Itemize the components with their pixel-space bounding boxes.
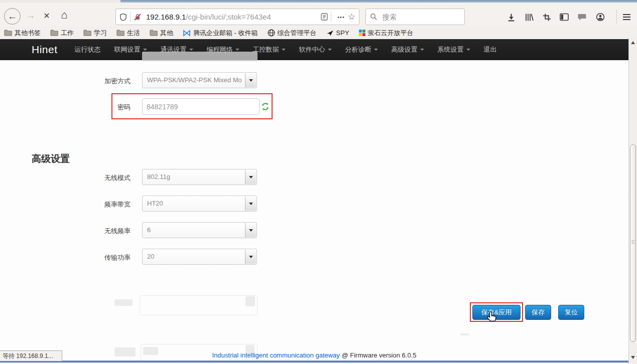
bookmark-label: 学习 bbox=[94, 29, 107, 38]
back-button[interactable]: ← bbox=[4, 8, 21, 25]
stop-icon: ✕ bbox=[43, 11, 50, 21]
encryption-select[interactable]: WPA-PSK/WPA2-PSK Mixed Mo bbox=[142, 72, 257, 88]
wireless-mode-select[interactable]: 802.11g bbox=[142, 169, 257, 185]
bookmark-label: 腾讯企业邮箱 - 收件箱 bbox=[193, 29, 258, 38]
scroll-artifact bbox=[140, 295, 258, 315]
scroll-artifact bbox=[114, 299, 133, 306]
library-icon[interactable] bbox=[523, 11, 535, 23]
channel-label: 无线频率 bbox=[60, 227, 131, 236]
tx-power-label: 传输功率 bbox=[60, 253, 131, 262]
scroll-artifact bbox=[142, 52, 258, 61]
sidebar-toggle-icon[interactable] bbox=[558, 11, 570, 23]
dropdown-arrow-icon bbox=[249, 256, 253, 258]
search-bar[interactable] bbox=[365, 9, 465, 25]
footer-version: @ Firmware version 6.0.5 bbox=[341, 351, 416, 359]
nav-items: 运行状态 联网设置 通讯设置 编程网络 工控数据 软件中心 分析诊断 高级设置 … bbox=[75, 45, 511, 54]
bookmark-folder-work[interactable]: 工作 bbox=[50, 29, 74, 38]
nav-item-status[interactable]: 运行状态 bbox=[75, 45, 101, 54]
search-icon bbox=[370, 13, 377, 21]
bookmark-management-platform[interactable]: 综合管理平台 bbox=[268, 29, 317, 38]
bookmarks-bar: 其他书签 工作 学习 生活 其他 腾讯企业邮箱 - 收件箱 综合管理平台 SP bbox=[0, 27, 637, 39]
bookmark-folder-study[interactable]: 学习 bbox=[83, 29, 107, 38]
globe-icon bbox=[268, 29, 275, 37]
nav-item-diagnostics[interactable]: 分析诊断 bbox=[345, 45, 378, 54]
dropdown-arrow-icon bbox=[249, 229, 253, 232]
brand-logo[interactable]: Hinet bbox=[32, 44, 58, 56]
back-icon: ← bbox=[8, 11, 17, 22]
scrollbar[interactable] bbox=[628, 38, 637, 364]
nav-item-industrial-data[interactable]: 工控数据 bbox=[253, 45, 286, 54]
browser-toolbar: ← → ✕ ⌂ 192.168.9.1/cgi-bin/luci/;stok=7… bbox=[0, 3, 637, 27]
forward-button[interactable]: → bbox=[24, 9, 37, 22]
dropdown-button[interactable] bbox=[245, 73, 256, 87]
nav-item-system-settings[interactable]: 系统设置 bbox=[438, 45, 470, 54]
nav-item-advanced-settings[interactable]: 高级设置 bbox=[392, 45, 424, 54]
bookmark-folder-life[interactable]: 生活 bbox=[116, 29, 140, 38]
bandwidth-label: 频率带宽 bbox=[60, 200, 131, 209]
bookmark-label: 工作 bbox=[61, 29, 74, 38]
bookmark-label: SPY bbox=[336, 29, 349, 37]
scroll-up-icon[interactable] bbox=[631, 41, 635, 44]
chevron-down-icon bbox=[420, 49, 424, 51]
account-icon[interactable] bbox=[594, 11, 606, 23]
url-bar[interactable]: 192.168.9.1/cgi-bin/luci/;stok=7643e4 ••… bbox=[115, 9, 359, 25]
chevron-down-icon bbox=[282, 49, 286, 51]
chevron-down-icon bbox=[466, 49, 470, 51]
bandwidth-select[interactable]: HT20 bbox=[142, 196, 257, 212]
channel-select[interactable]: 6 bbox=[142, 222, 257, 238]
scroll-down-icon[interactable] bbox=[631, 356, 635, 359]
foxmail-icon bbox=[183, 30, 191, 37]
thumb-grip bbox=[631, 242, 634, 242]
urlbar-divider bbox=[331, 12, 331, 22]
bookmark-star-icon[interactable]: ☆ bbox=[348, 12, 355, 22]
insecure-lock-icon[interactable] bbox=[134, 13, 142, 21]
reader-mode-icon[interactable] bbox=[321, 13, 328, 21]
chevron-down-icon bbox=[235, 49, 239, 51]
page-footer: Industrial intelligent communication gat… bbox=[0, 351, 628, 359]
four-dots-icon bbox=[359, 30, 365, 36]
scroll-artifact bbox=[245, 296, 255, 306]
menu-hamburger-icon[interactable] bbox=[620, 11, 632, 23]
folder-icon bbox=[150, 30, 158, 36]
dropdown-arrow-icon bbox=[249, 79, 253, 82]
dropdown-button[interactable] bbox=[245, 223, 256, 237]
bookmark-folder-misc[interactable]: 其他 bbox=[150, 29, 173, 38]
bookmark-spy[interactable]: SPY bbox=[326, 29, 349, 37]
reset-button[interactable]: 复位 bbox=[558, 305, 584, 320]
bookmark-label: 其他书签 bbox=[15, 29, 41, 38]
dropdown-button[interactable] bbox=[245, 250, 256, 264]
app-navbar: Hinet 运行状态 联网设置 通讯设置 编程网络 工控数据 软件中心 分析诊断… bbox=[0, 39, 628, 60]
chevron-down-icon bbox=[143, 49, 147, 51]
wireless-mode-label: 无线模式 bbox=[60, 173, 131, 183]
stop-button[interactable]: ✕ bbox=[40, 9, 53, 22]
thumb-grip bbox=[631, 243, 634, 244]
forward-icon: → bbox=[26, 10, 36, 21]
home-button[interactable]: ⌂ bbox=[57, 8, 71, 22]
dropdown-button[interactable] bbox=[245, 170, 256, 184]
bookmark-ezviz-platform[interactable]: 萤石云开放平台 bbox=[359, 29, 414, 38]
dropdown-button[interactable] bbox=[245, 197, 256, 211]
tx-power-select[interactable]: 20 bbox=[142, 249, 257, 265]
footer-link[interactable]: Industrial intelligent communication gat… bbox=[212, 351, 339, 359]
folder-icon bbox=[83, 30, 91, 36]
nav-item-logout[interactable]: 退出 bbox=[484, 45, 497, 54]
screenshot-crop-icon[interactable] bbox=[541, 11, 553, 23]
save-button[interactable]: 保存 bbox=[525, 305, 551, 320]
plane-icon bbox=[326, 30, 334, 37]
scrollbar-thumb[interactable] bbox=[630, 144, 636, 342]
bookmark-label: 生活 bbox=[127, 29, 140, 38]
bookmark-tencent-mail[interactable]: 腾讯企业邮箱 - 收件箱 bbox=[183, 29, 258, 38]
encryption-label: 加密方式 bbox=[60, 77, 131, 86]
chat-bubble-icon[interactable] bbox=[576, 11, 588, 23]
bookmark-folder-other-bookmarks[interactable]: 其他书签 bbox=[4, 29, 41, 38]
search-input[interactable] bbox=[381, 13, 460, 22]
thumb-grip bbox=[631, 240, 634, 241]
page-actions-icon[interactable]: ••• bbox=[337, 14, 345, 20]
download-icon[interactable] bbox=[505, 11, 517, 23]
url-text: 192.168.9.1/cgi-bin/luci/;stok=7643e4 bbox=[146, 13, 321, 21]
shield-icon[interactable] bbox=[119, 13, 127, 21]
section-title: 高级设置 bbox=[32, 152, 70, 165]
url-host: 192.168.9.1 bbox=[146, 13, 186, 21]
nav-item-software-center[interactable]: 软件中心 bbox=[299, 45, 332, 54]
folder-icon bbox=[4, 30, 12, 36]
